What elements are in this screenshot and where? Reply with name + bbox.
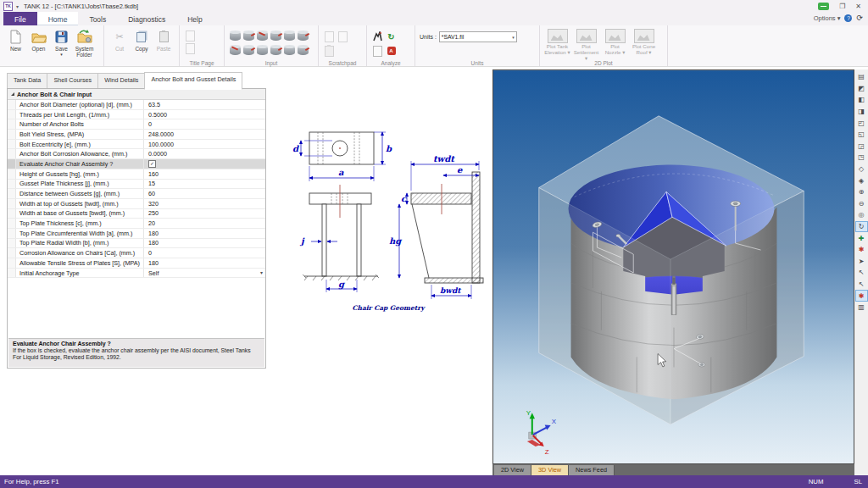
close-button[interactable]: ✕: [855, 3, 861, 10]
save-button[interactable]: Save▾: [50, 27, 73, 58]
minimize-button[interactable]: [818, 3, 829, 10]
open-button[interactable]: Open: [27, 27, 50, 52]
shell-courses-icon[interactable]: [243, 31, 254, 41]
property-row[interactable]: Threads per Unit Length, (1/mm.) 0.5000 …: [8, 110, 265, 120]
tab-news-feed[interactable]: News Feed: [569, 465, 615, 475]
property-row[interactable]: Top Plate Radial Width [b], (mm.) 180 ▾: [8, 239, 265, 249]
iso-view-icon[interactable]: ◩: [855, 83, 868, 95]
units-combobox[interactable]: *SAV1.fil▾: [439, 31, 517, 42]
help-icon[interactable]: ?: [844, 14, 852, 22]
property-row[interactable]: Width at base of Gussets [bwdt], (mm.) 2…: [8, 209, 265, 219]
property-row[interactable]: Anchor Bolt Diameter (optional) [d], (mm…: [8, 100, 265, 110]
paste-button[interactable]: Paste: [153, 27, 175, 52]
view-top-icon[interactable]: ◰: [855, 117, 868, 129]
property-row[interactable]: Evaluate Anchor Chair Assembly ? ▾: [8, 159, 265, 169]
highlight-icon[interactable]: ✱: [855, 290, 868, 302]
ribbon-group-file: New Open Save▾ System Folder: [0, 25, 104, 66]
print-view-icon[interactable]: ▤: [855, 71, 868, 83]
property-row[interactable]: Gusset Plate Thickness [j], (mm.) 15 ▾: [8, 180, 265, 190]
plot-tank-elevation-button[interactable]: Plot TankElevation ▾: [544, 29, 570, 61]
menu-tab[interactable]: Diagnostics: [117, 12, 176, 25]
run-analysis-icon[interactable]: [371, 30, 384, 43]
document-tab[interactable]: Wind Details: [97, 73, 144, 89]
property-row[interactable]: Top Plate Circumferential Width [a], (mm…: [8, 229, 265, 239]
plot-nozzle-button[interactable]: PlotNozzle ▾: [602, 29, 628, 61]
title-page-edit-icon[interactable]: [186, 30, 195, 42]
new-button[interactable]: New: [4, 27, 27, 52]
tab-2d-view[interactable]: 2D View: [494, 465, 531, 475]
property-row[interactable]: Corrosion Allowance on Chairs [Ca], (mm.…: [8, 248, 265, 258]
document-tab[interactable]: Shell Courses: [47, 73, 97, 89]
update-icon[interactable]: [257, 46, 268, 55]
zoom-out-icon[interactable]: ⊖: [855, 198, 868, 210]
plot-cone-roof-button[interactable]: Plot ConeRoof ▾: [631, 29, 657, 61]
zoom-extents-icon[interactable]: ◇: [855, 164, 868, 175]
stiffeners-icon[interactable]: [298, 31, 309, 41]
scratchpad-doc-icon[interactable]: [323, 30, 336, 43]
refresh-results-icon[interactable]: ↻: [385, 30, 398, 43]
menu-tab[interactable]: Tools: [78, 12, 117, 25]
property-grid: Anchor Bolt & Chair Input Anchor Bolt Di…: [7, 88, 266, 369]
view-back-icon[interactable]: ◨: [855, 106, 868, 118]
grillage-icon[interactable]: [243, 46, 254, 55]
document-tab[interactable]: Tank Data: [7, 73, 47, 89]
viewport-3d[interactable]: Y X Z 2D View3D ViewNews Feed: [492, 69, 854, 475]
select-element-icon[interactable]: ↖: [855, 279, 868, 291]
tank-data-icon[interactable]: [230, 31, 241, 41]
output-report-icon[interactable]: [371, 44, 384, 58]
scratchpad-edit-icon[interactable]: [323, 44, 336, 58]
zoom-in-icon[interactable]: ⊕: [855, 186, 868, 198]
system-folder-button[interactable]: System Folder: [73, 27, 96, 58]
cone-roof-icon[interactable]: [270, 46, 281, 55]
zoom-target-icon[interactable]: ◎: [855, 209, 868, 221]
restore-button[interactable]: ❐: [839, 3, 845, 10]
tab-3d-view[interactable]: 3D View: [531, 465, 569, 475]
rotate-view-icon[interactable]: ↻: [855, 221, 868, 233]
walkthrough-icon[interactable]: ➤: [855, 256, 868, 268]
app-icon[interactable]: TK: [3, 2, 13, 11]
copy-button[interactable]: Copy: [131, 27, 153, 52]
property-row[interactable]: Anchor Bolt Corrosion Allowance, (mm.) 0…: [8, 149, 265, 159]
document-tabs: Tank DataShell CoursesWind DetailsAnchor…: [7, 73, 242, 90]
cut-button[interactable]: ✂ Cut: [108, 27, 131, 52]
nozzle-icon[interactable]: [284, 31, 295, 41]
document-tab[interactable]: Anchor Bolt and Gusset Details: [144, 72, 242, 90]
menu-tab[interactable]: File: [3, 12, 37, 25]
roof-frame-icon[interactable]: [298, 46, 309, 55]
property-row[interactable]: Number of Anchor Bolts 0 ▾: [8, 119, 265, 130]
view-front-icon[interactable]: ◧: [855, 94, 868, 106]
settlement-icon[interactable]: [230, 46, 241, 55]
report-view-icon[interactable]: ▥: [855, 302, 868, 313]
property-row[interactable]: Distance between Gussets [g], (mm.) 60 ▾: [8, 189, 265, 199]
view-right-icon[interactable]: ◳: [855, 152, 868, 164]
plot-settlement-button[interactable]: PlotSettlement ▾: [573, 29, 599, 61]
menu-tab[interactable]: Help: [176, 12, 213, 25]
quick-access-caret-icon[interactable]: ▾: [16, 3, 19, 9]
title-page-view-icon[interactable]: [186, 43, 195, 54]
pdf-report-icon[interactable]: A: [385, 44, 398, 58]
view-left-icon[interactable]: ◲: [855, 141, 868, 152]
seismic-icon[interactable]: [284, 46, 295, 55]
property-row[interactable]: Allowable Tensile Stress of Plates [S], …: [8, 258, 265, 269]
dropdown-caret-icon[interactable]: ▾: [260, 269, 263, 275]
zoom-window-icon[interactable]: ◈: [855, 175, 868, 186]
feedback-icon[interactable]: ⟳: [856, 14, 863, 22]
menu-tab[interactable]: Home: [37, 12, 79, 25]
options-button[interactable]: Options ▾: [814, 14, 841, 22]
checkbox[interactable]: [148, 160, 156, 168]
pan-icon[interactable]: ✚: [855, 232, 868, 244]
property-category-header[interactable]: Anchor Bolt & Chair Input: [8, 89, 265, 100]
property-row[interactable]: Height of Gussets [hg], (mm.) 160 ▾: [8, 169, 265, 180]
orbit-icon[interactable]: ✱: [855, 244, 868, 256]
scratchpad-open-icon[interactable]: [337, 30, 349, 43]
select-icon[interactable]: ↖: [855, 267, 868, 279]
view-bottom-icon[interactable]: ◱: [855, 129, 868, 141]
property-row[interactable]: Bolt Yield Stress, (MPA) 248.0000 ▾: [8, 130, 265, 140]
property-row[interactable]: Top Plate Thickness [c], (mm.) 20 ▾: [8, 219, 265, 229]
property-row[interactable]: Initial Anchorage Type Self ▾: [8, 269, 265, 279]
anchor-bolt-icon[interactable]: [270, 31, 281, 41]
wind-details-icon[interactable]: [257, 31, 268, 41]
property-row[interactable]: Width at top of Gussets [twdt], (mm.) 32…: [8, 199, 265, 209]
property-row[interactable]: Bolt Eccentricity [e], (mm.) 100.0000 ▾: [8, 140, 265, 150]
ribbon-group-analyze: ↻ A Analyze: [367, 25, 415, 66]
